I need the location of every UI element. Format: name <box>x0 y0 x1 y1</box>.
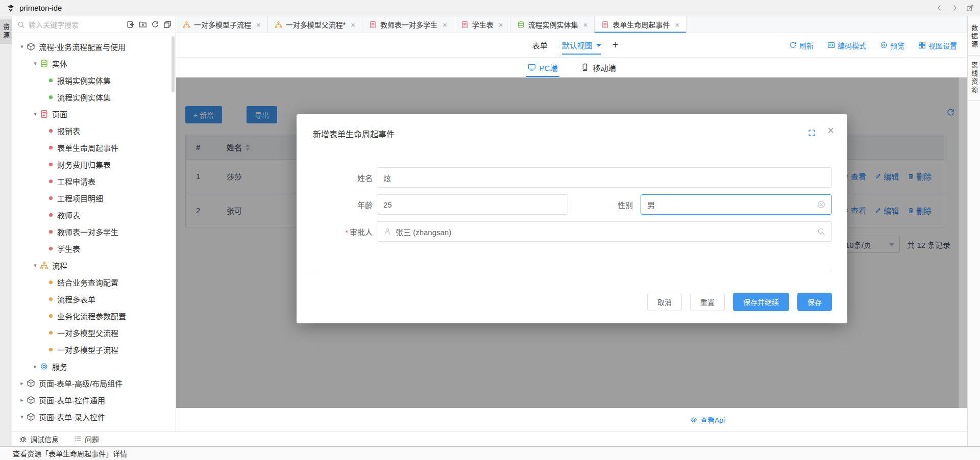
reset-button[interactable]: 重置 <box>690 293 725 311</box>
chevron-right-icon[interactable]: ▸ <box>17 397 27 403</box>
approver-input[interactable]: 张三 (zhangsan) <box>377 221 832 242</box>
preview-button[interactable]: 预览 <box>880 40 904 50</box>
add-view-button[interactable]: + <box>612 39 619 51</box>
close-icon[interactable]: × <box>499 21 503 29</box>
debug-info-label: 调试信息 <box>30 434 59 444</box>
scrollbar[interactable] <box>172 36 175 92</box>
chevron-down-icon <box>596 44 601 47</box>
tree-item[interactable]: 流程多表单 <box>12 291 176 308</box>
file-tab[interactable]: 一对多模型子流程× <box>176 16 268 33</box>
close-icon[interactable]: × <box>675 21 679 29</box>
app-logo-icon <box>6 4 15 13</box>
tree-item[interactable]: 业务化流程参数配置 <box>12 308 176 324</box>
tree-item[interactable]: 财务费用归集表 <box>12 156 176 173</box>
tree-item[interactable]: 表单生命周起事件 <box>12 139 176 156</box>
new-folder-icon[interactable] <box>139 20 147 29</box>
refresh-icon[interactable] <box>151 20 159 29</box>
monitor-icon <box>528 63 536 71</box>
close-icon[interactable]: × <box>256 21 261 29</box>
tree-item[interactable]: 一对多模型子流程 <box>12 341 176 358</box>
chevron-down-icon[interactable]: ▾ <box>17 43 27 50</box>
open-window-icon[interactable] <box>966 4 974 12</box>
tree-item[interactable]: ▸页面-表单-控件通用 <box>12 392 176 408</box>
tree-item[interactable]: 报销实例实体集 <box>12 72 176 89</box>
tree-item[interactable]: ▾实体 <box>12 55 176 72</box>
chevron-right-icon[interactable]: ▸ <box>17 380 27 387</box>
refresh-label: 刷新 <box>799 40 814 50</box>
view-settings-button[interactable]: 视图设置 <box>918 40 957 50</box>
nav-forward-icon[interactable] <box>951 4 959 12</box>
tree-item-label: 流程 <box>52 260 67 271</box>
tab-pc[interactable]: PC端 <box>528 58 558 77</box>
debug-info-button[interactable]: 调试信息 <box>19 434 59 444</box>
chevron-right-icon[interactable]: ▸ <box>31 363 40 370</box>
problems-button[interactable]: 问题 <box>74 434 99 444</box>
tree-item[interactable]: 结合业务查询配置 <box>12 274 176 291</box>
rail-tab-resources[interactable]: 资源 <box>0 19 12 44</box>
rail-tab-datasource[interactable]: 数据源 <box>968 18 980 56</box>
code-icon <box>827 41 835 49</box>
tree-item[interactable]: 一对多模型父流程 <box>12 324 176 341</box>
age-input[interactable]: 25 <box>377 194 568 215</box>
tree-item[interactable]: 教师表 <box>12 207 176 223</box>
close-icon[interactable]: × <box>827 125 834 136</box>
collapse-all-icon[interactable] <box>163 20 172 29</box>
tree-item[interactable]: 教师表一对多学生 <box>12 223 176 240</box>
close-icon[interactable]: × <box>443 21 447 29</box>
file-tab[interactable]: 一对多模型父流程*× <box>268 16 362 33</box>
cancel-button[interactable]: 取消 <box>647 293 682 311</box>
tree-item[interactable]: ▾页面 <box>12 106 176 122</box>
file-tab[interactable]: 流程实例实体集× <box>510 16 595 33</box>
leaf-dot-icon <box>49 129 53 133</box>
fullscreen-icon[interactable] <box>808 129 816 137</box>
close-icon[interactable]: × <box>583 21 588 29</box>
chevron-down-icon[interactable]: ▾ <box>31 111 40 117</box>
tree-item[interactable]: ▾页面-表单-录入控件 <box>12 408 176 425</box>
phone-icon <box>581 63 589 71</box>
view-api-link[interactable]: 查看Api <box>690 415 725 425</box>
file-tab[interactable]: 表单生命周起事件× <box>595 16 687 33</box>
refresh-button[interactable]: 刷新 <box>789 40 814 50</box>
file-tab-label: 表单生命周起事件 <box>612 19 670 30</box>
entity-icon <box>517 21 525 29</box>
import-icon[interactable] <box>127 20 135 29</box>
chevron-down-icon[interactable]: ▾ <box>31 262 40 269</box>
tree-item[interactable]: 工程项目明细 <box>12 190 176 207</box>
search-icon[interactable] <box>817 227 825 236</box>
save-and-continue-button[interactable]: 保存并继续 <box>733 293 789 311</box>
code-mode-button[interactable]: 编码模式 <box>827 40 866 50</box>
chevron-down-icon[interactable]: ▾ <box>31 60 40 67</box>
scrollbar[interactable] <box>959 78 967 408</box>
search-input[interactable]: 输入关键字搜索 <box>29 19 122 30</box>
tree-item[interactable]: 流程实例实体集 <box>12 89 176 106</box>
tab-form[interactable]: 表单 <box>532 33 548 57</box>
status-text: 查看资源「表单生命周起事件」详情 <box>13 448 127 458</box>
tab-mobile[interactable]: 移动端 <box>581 58 616 77</box>
chevron-down-icon[interactable]: ▾ <box>17 414 27 420</box>
tree-item-label: 学生表 <box>57 243 80 254</box>
name-input[interactable]: 炫 <box>377 167 832 188</box>
rail-tab-offline-resources[interactable]: 离线资源 <box>968 56 980 101</box>
tree-item[interactable]: 学生表 <box>12 240 176 257</box>
tree-item[interactable]: 工程申请表 <box>12 173 176 190</box>
close-icon[interactable]: × <box>351 21 355 29</box>
tree-item[interactable]: ▸页面-表单-高级/布局组件 <box>12 375 176 392</box>
tree-item[interactable]: 报销表 <box>12 122 176 139</box>
file-tab-label: 一对多模型子流程 <box>194 19 251 30</box>
tree-item[interactable]: ▾流程-业务流程配置与使用 <box>12 38 176 55</box>
tab-default-view[interactable]: 默认视图 <box>562 33 601 57</box>
view-actions: 刷新 编码模式 预览 视图设置 <box>789 33 957 57</box>
modal-footer: 取消 重置 保存并继续 保存 <box>647 293 832 311</box>
file-tab[interactable]: 教师表一对多学生× <box>362 16 454 33</box>
tree-item-label: 业务化流程参数配置 <box>57 311 126 321</box>
leaf-dot-icon <box>49 280 53 284</box>
tree-item[interactable]: ▾流程 <box>12 257 176 274</box>
gender-input[interactable]: 男 <box>641 194 832 215</box>
tree-item[interactable]: ▸服务 <box>12 358 176 375</box>
clear-icon[interactable] <box>817 200 825 209</box>
nav-back-icon[interactable] <box>936 4 943 12</box>
code-mode-label: 编码模式 <box>838 40 866 50</box>
leaf-dot-icon <box>49 348 53 351</box>
save-button[interactable]: 保存 <box>797 293 832 311</box>
file-tab[interactable]: 学生表× <box>454 16 510 33</box>
